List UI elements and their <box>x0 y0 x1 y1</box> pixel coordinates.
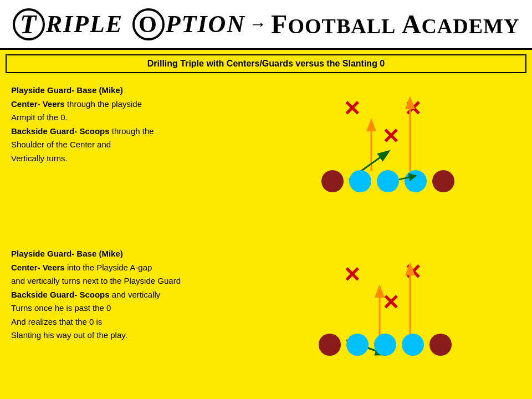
d2-defender-x2: ✕ <box>404 260 422 284</box>
logo-arrow: → <box>249 14 268 34</box>
s2-line2: Center- Veers into the Playside A-gap <box>11 262 233 274</box>
s1-line4: Backside Guard- Scoops through the <box>11 125 233 138</box>
s1-line5: Shoulder of the Center and <box>11 139 233 151</box>
logo: T RIPLE O PTION → FOOTBALL ACADEMY <box>13 8 520 41</box>
logo-ption: PTION <box>166 10 245 38</box>
section-1-diagram: ✕ ✕ ✕ <box>238 79 526 230</box>
diagram-2-svg: ✕ ✕ ✕ <box>299 257 466 379</box>
s2-line7: Slanting his way out of the play. <box>11 329 233 342</box>
s1-line1: Playside Guard- Base (Mike) <box>11 84 233 97</box>
player-1 <box>349 170 371 192</box>
d2-player-ball <box>319 334 341 356</box>
section-1: Playside Guard- Base (Mike) Center- Veer… <box>6 73 526 236</box>
defender-x2: ✕ <box>404 97 422 120</box>
header: T RIPLE O PTION → FOOTBALL ACADEMY <box>0 0 532 50</box>
section-2: Playside Guard- Base (Mike) Center- Veer… <box>6 237 526 399</box>
player-ball <box>321 170 344 192</box>
logo-football-academy: FOOTBALL ACADEMY <box>271 9 519 39</box>
s1-line6: Vertically turns. <box>11 152 233 165</box>
d2-player-2 <box>402 334 424 356</box>
player-right <box>432 170 454 192</box>
s2-line5: Turns once he is past the 0 <box>11 302 233 315</box>
section-1-text: Playside Guard- Base (Mike) Center- Veer… <box>6 79 238 230</box>
sections: Playside Guard- Base (Mike) Center- Veer… <box>0 73 532 399</box>
d2-player-center <box>374 334 396 356</box>
diagram-1-svg: ✕ ✕ ✕ <box>299 94 466 216</box>
section-2-diagram: ✕ ✕ ✕ <box>238 242 526 393</box>
logo-riple: RIPLE <box>46 10 124 38</box>
d2-defender-x1: ✕ <box>343 263 361 287</box>
logo-o-circle: O <box>132 8 165 40</box>
defender-x3: ✕ <box>382 125 400 148</box>
player-center <box>377 170 399 192</box>
s2-line1: Playside Guard- Base (Mike) <box>11 248 233 260</box>
s1-line3: Armpit of the 0. <box>11 111 233 124</box>
s1-line2: Center- Veers through the playside <box>11 98 233 111</box>
defender-x1: ✕ <box>343 97 361 120</box>
d2-defender-x3: ✕ <box>382 291 400 314</box>
section-2-text: Playside Guard- Base (Mike) Center- Veer… <box>6 242 238 393</box>
s2-line6: And realizes that the 0 is <box>11 316 233 329</box>
logo-t-circle: T <box>13 8 45 40</box>
content-area: Drilling Triple with Centers/Guards vers… <box>0 50 532 399</box>
s2-line4: Backside Guard- Scoops and vertically <box>11 289 233 301</box>
s2-line3: and vertically turns next to the Playsid… <box>11 275 233 288</box>
d2-player-right <box>429 334 452 356</box>
player-2 <box>405 170 427 192</box>
d2-player-1 <box>346 334 369 356</box>
title-text: Drilling Triple with Centers/Guards vers… <box>147 59 385 68</box>
title-bar: Drilling Triple with Centers/Guards vers… <box>6 54 526 73</box>
